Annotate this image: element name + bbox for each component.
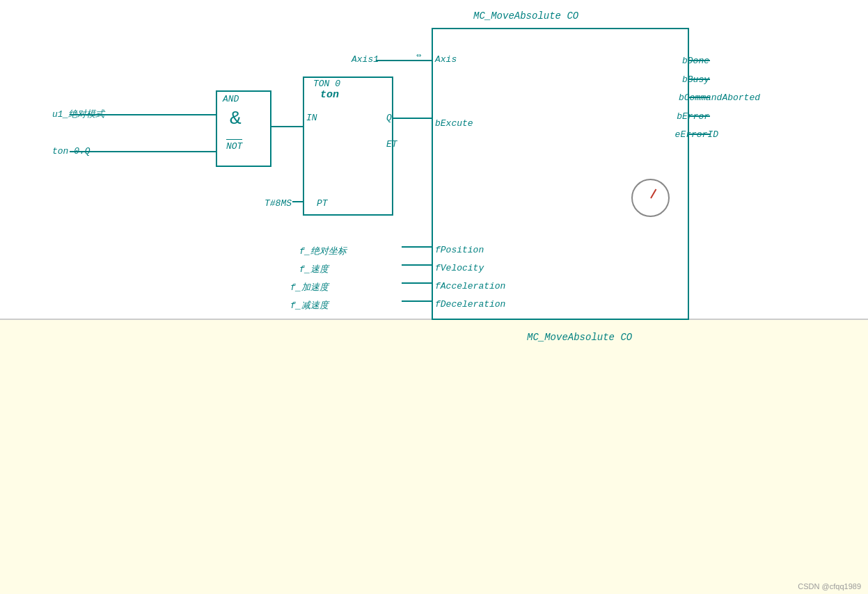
svg-text:⇔: ⇔ [416,51,421,61]
fvel-mc-top: fVelocity [435,263,484,273]
fdec-in-top: f_减速度 [290,299,329,312]
axis1-top: Axis1 [352,54,379,65]
berrorid-top: eErrorID [675,129,718,140]
u1-label: u1_绝对模式 [52,108,104,120]
facc-in-top: f_加速度 [290,281,329,294]
berror-top: bError [677,111,709,122]
bdone-top: bDone [682,56,709,66]
facc-mc-top: fAcceleration [435,281,505,291]
fdec-mc-top: fDeceleration [435,299,505,310]
ton-header: TON 0 [313,79,340,89]
ton-q-label: ton 0.Q [52,146,90,156]
ton-name: ton [320,89,339,101]
ton-et-label: ET [386,139,397,150]
bexcute-top: bExcute [435,118,473,129]
and-label: AND [223,94,239,104]
t8ms-label: T#8MS [265,198,292,209]
axis-in-top: Axis [435,54,457,65]
fpos-mc-top: fPosition [435,245,484,255]
and-symbol: & [230,108,242,129]
fvel-in-top: f_速度 [299,263,329,275]
ton-clock [631,179,670,217]
fpos-in-top: f_绝对坐标 [299,245,347,257]
ton-block [303,77,393,216]
bottom-diagram: MC_MoveAbsolute CO MC_MoveAbsolute_CO MC… [0,320,868,594]
top-diagram: MC_MoveAbsolute CO MC_MoveAbsolute_CO AN… [0,0,868,320]
bottom-lines [0,320,868,594]
bbusy-top: bBusy [682,74,709,85]
csdn-credit: CSDN @cfqq1989 [798,582,861,591]
mc-title-bottom: MC_MoveAbsolute CO [527,332,632,343]
mc-block-top: MC_MoveAbsolute_CO [432,28,689,320]
ton-q-out: Q [386,113,392,123]
ton-pt-label: PT [317,198,328,209]
not-label: NOT [226,139,242,152]
ton-in-label: IN [306,113,317,123]
mc-title-top: MC_MoveAbsolute CO [473,10,578,22]
bcmd-top: bCommandAborted [679,93,760,103]
